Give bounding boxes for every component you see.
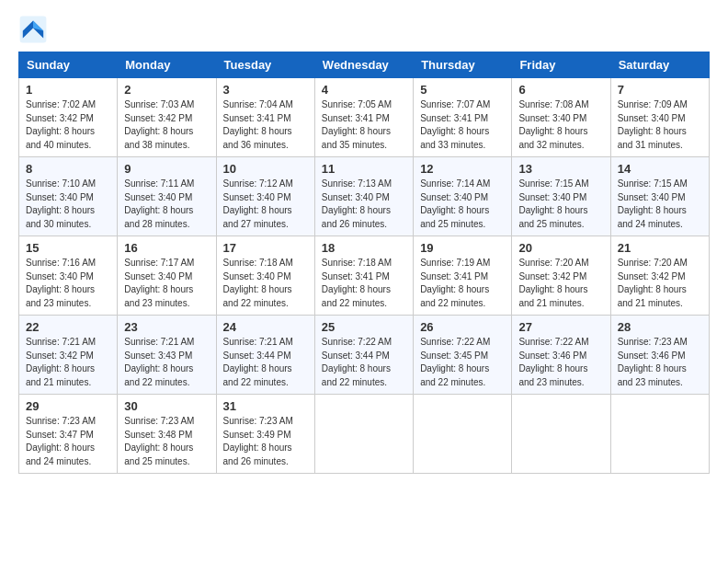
day-info: Sunrise: 7:09 AMSunset: 3:40 PMDaylight:…: [618, 98, 702, 152]
day-info: Sunrise: 7:07 AMSunset: 3:41 PMDaylight:…: [420, 98, 505, 152]
day-info: Sunrise: 7:21 AMSunset: 3:44 PMDaylight:…: [223, 336, 308, 389]
day-info: Sunrise: 7:12 AMSunset: 3:40 PMDaylight:…: [223, 178, 308, 231]
calendar-cell: 13 Sunrise: 7:15 AMSunset: 3:40 PMDaylig…: [512, 157, 610, 236]
calendar-cell: 2 Sunrise: 7:03 AMSunset: 3:42 PMDayligh…: [118, 78, 216, 157]
calendar-cell: 14 Sunrise: 7:15 AMSunset: 3:40 PMDaylig…: [610, 157, 709, 236]
calendar-cell: 9 Sunrise: 7:11 AMSunset: 3:40 PMDayligh…: [118, 157, 216, 236]
day-number: 30: [124, 399, 209, 413]
calendar-cell: 23 Sunrise: 7:21 AMSunset: 3:43 PMDaylig…: [118, 316, 216, 395]
calendar-cell: 25 Sunrise: 7:22 AMSunset: 3:44 PMDaylig…: [314, 316, 413, 395]
day-info: Sunrise: 7:04 AMSunset: 3:41 PMDaylight:…: [223, 98, 308, 152]
day-info: Sunrise: 7:21 AMSunset: 3:43 PMDaylight:…: [124, 336, 209, 389]
svg-rect-0: [20, 17, 47, 43]
calendar-cell: [414, 395, 512, 474]
day-info: Sunrise: 7:22 AMSunset: 3:46 PMDaylight:…: [518, 336, 603, 389]
day-info: Sunrise: 7:18 AMSunset: 3:40 PMDaylight:…: [223, 257, 308, 310]
day-number: 6: [518, 83, 603, 97]
calendar-cell: [610, 395, 709, 474]
day-number: 18: [322, 241, 406, 255]
day-info: Sunrise: 7:02 AMSunset: 3:42 PMDaylight:…: [26, 98, 110, 152]
calendar-cell: 26 Sunrise: 7:22 AMSunset: 3:45 PMDaylig…: [414, 316, 512, 395]
calendar-cell: 6 Sunrise: 7:08 AMSunset: 3:40 PMDayligh…: [512, 78, 610, 157]
day-number: 13: [518, 162, 603, 176]
calendar-cell: 31 Sunrise: 7:23 AMSunset: 3:49 PMDaylig…: [216, 395, 314, 474]
day-number: 29: [26, 399, 110, 413]
day-number: 12: [420, 162, 505, 176]
day-info: Sunrise: 7:20 AMSunset: 3:42 PMDaylight:…: [518, 257, 603, 310]
week-row-5: 29 Sunrise: 7:23 AMSunset: 3:47 PMDaylig…: [19, 395, 710, 474]
day-number: 19: [420, 241, 505, 255]
day-info: Sunrise: 7:23 AMSunset: 3:46 PMDaylight:…: [618, 336, 702, 389]
day-number: 27: [518, 320, 603, 334]
calendar-cell: 16 Sunrise: 7:17 AMSunset: 3:40 PMDaylig…: [118, 236, 216, 316]
day-info: Sunrise: 7:23 AMSunset: 3:48 PMDaylight:…: [124, 415, 209, 468]
day-number: 28: [618, 320, 702, 334]
day-number: 26: [420, 320, 505, 334]
day-number: 4: [322, 83, 406, 97]
day-info: Sunrise: 7:17 AMSunset: 3:40 PMDaylight:…: [124, 257, 209, 310]
day-info: Sunrise: 7:16 AMSunset: 3:40 PMDaylight:…: [26, 257, 110, 310]
calendar-cell: 22 Sunrise: 7:21 AMSunset: 3:42 PMDaylig…: [19, 316, 118, 395]
day-number: 31: [223, 399, 308, 413]
calendar-cell: 30 Sunrise: 7:23 AMSunset: 3:48 PMDaylig…: [118, 395, 216, 474]
calendar-cell: 19 Sunrise: 7:19 AMSunset: 3:41 PMDaylig…: [414, 236, 512, 316]
day-info: Sunrise: 7:23 AMSunset: 3:49 PMDaylight:…: [223, 415, 308, 468]
logo-icon: [18, 15, 48, 44]
day-number: 20: [518, 241, 603, 255]
day-number: 16: [124, 241, 209, 255]
day-number: 25: [322, 320, 406, 334]
calendar-table: SundayMondayTuesdayWednesdayThursdayFrid…: [18, 52, 710, 474]
calendar-cell: 3 Sunrise: 7:04 AMSunset: 3:41 PMDayligh…: [216, 78, 314, 157]
calendar-cell: 10 Sunrise: 7:12 AMSunset: 3:40 PMDaylig…: [216, 157, 314, 236]
calendar-cell: 28 Sunrise: 7:23 AMSunset: 3:46 PMDaylig…: [610, 316, 709, 395]
calendar-cell: 4 Sunrise: 7:05 AMSunset: 3:41 PMDayligh…: [314, 78, 413, 157]
day-info: Sunrise: 7:15 AMSunset: 3:40 PMDaylight:…: [518, 178, 603, 231]
calendar-cell: 8 Sunrise: 7:10 AMSunset: 3:40 PMDayligh…: [19, 157, 118, 236]
day-number: 7: [618, 83, 702, 97]
calendar-cell: 27 Sunrise: 7:22 AMSunset: 3:46 PMDaylig…: [512, 316, 610, 395]
day-info: Sunrise: 7:21 AMSunset: 3:42 PMDaylight:…: [26, 336, 110, 389]
day-number: 10: [223, 162, 308, 176]
calendar-cell: 15 Sunrise: 7:16 AMSunset: 3:40 PMDaylig…: [19, 236, 118, 316]
day-info: Sunrise: 7:10 AMSunset: 3:40 PMDaylight:…: [26, 178, 110, 231]
day-info: Sunrise: 7:22 AMSunset: 3:44 PMDaylight:…: [322, 336, 406, 389]
calendar-cell: 18 Sunrise: 7:18 AMSunset: 3:41 PMDaylig…: [314, 236, 413, 316]
day-number: 15: [26, 241, 110, 255]
col-header-saturday: Saturday: [610, 52, 709, 78]
calendar-header-row: SundayMondayTuesdayWednesdayThursdayFrid…: [19, 52, 710, 78]
day-info: Sunrise: 7:20 AMSunset: 3:42 PMDaylight:…: [618, 257, 702, 310]
day-number: 11: [322, 162, 406, 176]
week-row-3: 15 Sunrise: 7:16 AMSunset: 3:40 PMDaylig…: [19, 236, 710, 316]
calendar-cell: [512, 395, 610, 474]
day-number: 21: [618, 241, 702, 255]
day-number: 22: [26, 320, 110, 334]
day-number: 14: [618, 162, 702, 176]
calendar-cell: 7 Sunrise: 7:09 AMSunset: 3:40 PMDayligh…: [610, 78, 709, 157]
day-info: Sunrise: 7:18 AMSunset: 3:41 PMDaylight:…: [322, 257, 406, 310]
calendar-cell: [314, 395, 413, 474]
day-number: 5: [420, 83, 505, 97]
calendar-cell: 12 Sunrise: 7:14 AMSunset: 3:40 PMDaylig…: [414, 157, 512, 236]
day-number: 9: [124, 162, 209, 176]
day-info: Sunrise: 7:13 AMSunset: 3:40 PMDaylight:…: [322, 178, 406, 231]
day-number: 3: [223, 83, 308, 97]
calendar-cell: 17 Sunrise: 7:18 AMSunset: 3:40 PMDaylig…: [216, 236, 314, 316]
col-header-monday: Monday: [118, 52, 216, 78]
day-number: 17: [223, 241, 308, 255]
day-info: Sunrise: 7:22 AMSunset: 3:45 PMDaylight:…: [420, 336, 505, 389]
day-number: 2: [124, 83, 209, 97]
day-info: Sunrise: 7:15 AMSunset: 3:40 PMDaylight:…: [618, 178, 702, 231]
calendar-body: 1 Sunrise: 7:02 AMSunset: 3:42 PMDayligh…: [19, 78, 710, 474]
calendar-cell: 20 Sunrise: 7:20 AMSunset: 3:42 PMDaylig…: [512, 236, 610, 316]
day-info: Sunrise: 7:05 AMSunset: 3:41 PMDaylight:…: [322, 98, 406, 152]
day-number: 1: [26, 83, 110, 97]
week-row-2: 8 Sunrise: 7:10 AMSunset: 3:40 PMDayligh…: [19, 157, 710, 236]
page-header: [18, 15, 710, 44]
calendar-cell: 24 Sunrise: 7:21 AMSunset: 3:44 PMDaylig…: [216, 316, 314, 395]
day-info: Sunrise: 7:23 AMSunset: 3:47 PMDaylight:…: [26, 415, 110, 468]
week-row-4: 22 Sunrise: 7:21 AMSunset: 3:42 PMDaylig…: [19, 316, 710, 395]
logo: [18, 15, 53, 44]
day-info: Sunrise: 7:08 AMSunset: 3:40 PMDaylight:…: [518, 98, 603, 152]
day-info: Sunrise: 7:11 AMSunset: 3:40 PMDaylight:…: [124, 178, 209, 231]
day-number: 24: [223, 320, 308, 334]
